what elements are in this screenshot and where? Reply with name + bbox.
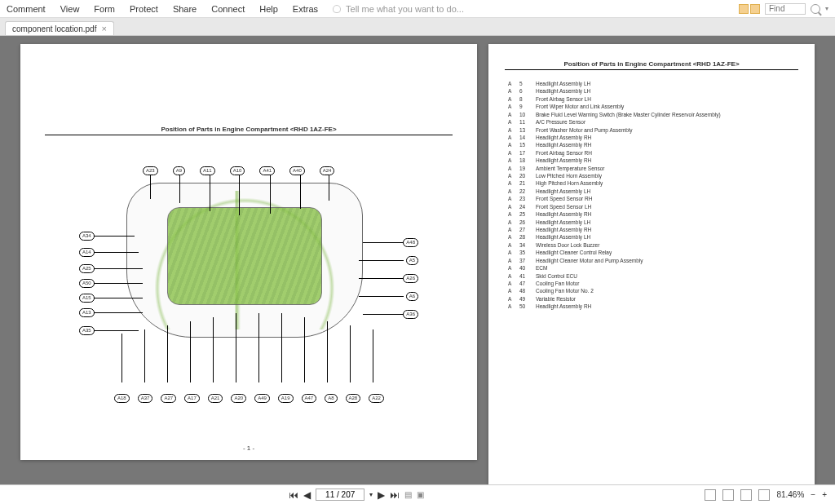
parts-list-row: A27Headlight Assembly RH	[508, 226, 795, 233]
first-page-button[interactable]: ⏮	[289, 489, 298, 501]
zoom-in-button[interactable]: +	[822, 490, 827, 499]
parts-list-row: A9Front Wiper Motor and Link Assembly	[508, 103, 795, 110]
next-page-button[interactable]: ▶	[378, 489, 385, 501]
view-mode-2-icon[interactable]	[722, 489, 734, 501]
parts-list-row: A21High Pitched Horn Assembly	[508, 179, 795, 187]
view-mode-4-icon[interactable]	[758, 489, 770, 501]
leader-v	[190, 321, 191, 382]
menu-bar: Comment View Form Protect Share Connect …	[0, 0, 835, 18]
parts-list-row: A23Front Speed Sensor RH	[508, 195, 795, 202]
leader-v	[327, 321, 328, 382]
toolbar-icon-1[interactable]	[739, 4, 749, 14]
leader	[94, 330, 139, 331]
parts-list-row: A14Headlight Assembly RH	[508, 134, 795, 141]
callout-left-1: A14	[79, 248, 95, 257]
search-icon[interactable]	[811, 4, 820, 14]
callout-bot-3: A17	[184, 394, 200, 403]
view-mode-1-icon[interactable]	[705, 489, 716, 501]
nav-extra-icon-1[interactable]: ▤	[404, 490, 412, 499]
engine-core	[167, 207, 322, 305]
tell-me-prompt[interactable]: Tell me what you want to do...	[333, 4, 464, 14]
last-page-button[interactable]: ⏭	[390, 489, 400, 501]
callout-bot-9: A8	[325, 394, 337, 403]
zoom-out-button[interactable]: −	[811, 490, 815, 499]
callout-bot-11: A22	[369, 394, 384, 403]
callout-bot-2: A27	[161, 394, 176, 403]
zoom-level[interactable]: 81.46%	[776, 490, 804, 499]
page-navigator: ⏮ ◀ ▾ ▶ ⏭ ▤ ▣	[289, 489, 424, 501]
leader-v	[281, 313, 282, 382]
view-mode-3-icon[interactable]	[740, 489, 752, 501]
parts-list-row: A48Cooling Fan Motor No. 2	[508, 287, 795, 294]
parts-list-row: A26Headlight Assembly LH	[508, 219, 795, 226]
menu-connect[interactable]: Connect	[211, 4, 245, 14]
parts-list-row: A25Headlight Assembly RH	[508, 210, 795, 218]
callout-right-3: A6	[406, 292, 418, 301]
parts-list-row: A20Low Pitched Horn Assembly	[508, 172, 795, 179]
page-number-input[interactable]	[316, 489, 364, 501]
callout-left-0: A34	[79, 232, 95, 241]
menu-extras[interactable]: Extras	[293, 4, 318, 14]
parts-list-row: A19Ambient Temperature Sensor	[508, 165, 795, 172]
callout-right-2: A26	[403, 274, 418, 283]
tab-bar: component location.pdf ×	[0, 18, 835, 36]
callout-left-5: A13	[79, 308, 95, 317]
search-dropdown-icon[interactable]: ▾	[825, 5, 828, 12]
parts-list-row: A6Headlight Assembly LH	[508, 87, 795, 95]
callout-bot-0: A18	[114, 394, 130, 403]
menu-protect[interactable]: Protect	[130, 4, 158, 14]
leader-v	[300, 175, 301, 209]
close-tab-icon[interactable]: ×	[101, 24, 106, 33]
menu-share[interactable]: Share	[173, 4, 197, 14]
parts-list-row: A41Skid Control ECU	[508, 272, 795, 280]
callout-bot-4: A21	[208, 394, 223, 403]
leader-v	[270, 175, 271, 214]
status-right: 81.46% − +	[705, 489, 827, 501]
callout-bot-10: A28	[346, 394, 361, 403]
menu-right: ▾	[739, 3, 828, 15]
parts-list-row: A49Variable Resistor	[508, 295, 795, 303]
menu-help[interactable]: Help	[259, 4, 278, 14]
callout-top-2: A11	[200, 166, 215, 175]
engine-diagram: A23 A9 A11 A10 A41 A40 A24 A34 A14 A25 A…	[69, 150, 428, 395]
find-input[interactable]	[765, 3, 806, 15]
leader-v	[150, 175, 151, 199]
status-bar: ⏮ ◀ ▾ ▶ ⏭ ▤ ▣ 81.46% − +	[0, 484, 835, 504]
leader	[359, 260, 404, 261]
parts-list-row: A8Front Airbag Sensor LH	[508, 95, 795, 103]
toolbar-icon-2[interactable]	[750, 4, 760, 14]
callout-bot-6: A49	[254, 394, 270, 403]
leader-v	[167, 325, 168, 382]
leader	[94, 283, 143, 284]
nav-extra-icon-2[interactable]: ▣	[417, 490, 424, 499]
menu-view[interactable]: View	[60, 4, 80, 14]
leader-v	[329, 175, 329, 201]
leader	[94, 312, 143, 313]
callout-right-4: A36	[403, 310, 418, 319]
page1-title: Position of Parts in Engine Compartment …	[20, 44, 477, 133]
parts-list-row: A17Front Airbag Sensor RH	[508, 149, 795, 157]
tab-label: component location.pdf	[12, 24, 96, 33]
leader	[94, 298, 143, 298]
parts-list-row: A24Front Speed Sensor LH	[508, 203, 795, 210]
parts-list-row: A47Cooling Fan Motor	[508, 280, 795, 287]
parts-list-row: A15Headlight Assembly RH	[508, 141, 795, 148]
document-viewport[interactable]: Position of Parts in Engine Compartment …	[0, 36, 835, 484]
leader-v	[236, 313, 236, 382]
leader-v	[239, 175, 240, 215]
page-input-dropdown-icon[interactable]: ▾	[369, 491, 373, 498]
leader	[94, 236, 135, 237]
menu-form[interactable]: Form	[94, 4, 115, 14]
parts-list-row: A11A/C Pressure Sensor	[508, 118, 795, 126]
callout-top-3: A10	[230, 166, 245, 175]
parts-list-row: A13Front Washer Motor and Pump Assembly	[508, 126, 795, 134]
bottom-callouts: A18 A37 A27 A17 A21 A20 A49 A19 A47 A8 A…	[114, 394, 384, 403]
parts-list-row: A18Headlight Assembly RH	[508, 157, 795, 164]
callout-top-5: A40	[289, 166, 305, 175]
callout-top-6: A24	[320, 166, 335, 175]
document-tab[interactable]: component location.pdf ×	[5, 21, 114, 35]
prev-page-button[interactable]: ◀	[303, 489, 311, 501]
callout-left-6: A35	[79, 326, 95, 335]
menu-comment[interactable]: Comment	[7, 4, 46, 14]
leader	[363, 242, 404, 243]
